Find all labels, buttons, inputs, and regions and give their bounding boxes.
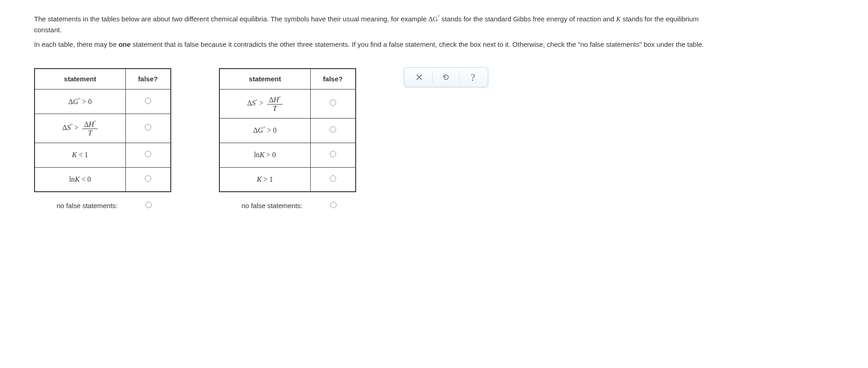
intro-paragraph-2: In each table, there may be one statemen… [34,39,715,50]
tables-container: statement false? ΔG° > 0 ΔS° > ΔH° T [34,68,834,211]
statement-cell: ΔS° > ΔH° T [219,90,310,119]
table-1-header-false: false? [125,69,171,90]
radio-t2-r4[interactable] [330,175,336,182]
intro-text: The statements in the tables below are a… [34,14,715,50]
table-row: K > 1 [219,167,356,192]
statement-cell: lnK > 0 [219,143,310,167]
statement-cell: lnK < 0 [35,167,125,192]
radio-t2-nofalse[interactable] [330,202,337,208]
radio-t1-r3[interactable] [145,151,151,157]
radio-t2-r1[interactable] [330,99,336,106]
statement-cell: ΔS° > ΔH° T [35,114,125,143]
table-2-header-statement: statement [219,69,310,90]
radio-t1-r4[interactable] [145,175,151,182]
help-button[interactable]: ? [460,68,486,87]
table-row: K < 1 [35,143,171,167]
radio-t2-r2[interactable] [330,126,336,133]
table-row: ΔS° > ΔH° T [219,90,356,119]
toolbar: ? [404,67,488,87]
table-1: statement false? ΔG° > 0 ΔS° > ΔH° T [34,68,171,192]
nofalse-label: no false statements: [34,200,126,211]
radio-t1-nofalse[interactable] [145,202,152,208]
table-row: lnK > 0 [219,143,356,167]
table-row: lnK < 0 [35,167,171,192]
table-2-header-false: false? [310,69,356,90]
x-icon [416,74,423,81]
reset-button[interactable] [433,68,459,87]
statement-cell: K > 1 [219,167,310,192]
table-row: ΔS° > ΔH° T [35,114,171,143]
intro-paragraph-1: The statements in the tables below are a… [34,14,715,35]
nofalse-label: no false statements: [219,200,311,211]
statement-cell: ΔG° > 0 [35,90,125,114]
undo-icon [442,73,450,81]
table-row: ΔG° > 0 [219,118,356,143]
radio-t2-r3[interactable] [330,151,336,157]
clear-button[interactable] [406,68,432,87]
table-2: statement false? ΔS° > ΔH° T ΔG° > 0 [219,68,356,192]
table-1-nofalse-row: no false statements: [34,200,171,211]
statement-cell: ΔG° > 0 [219,118,310,143]
radio-t1-r2[interactable] [145,124,151,130]
table-2-block: statement false? ΔS° > ΔH° T ΔG° > 0 [219,68,356,211]
statement-cell: K < 1 [35,143,125,167]
table-row: ΔG° > 0 [35,90,171,114]
radio-t1-r1[interactable] [145,98,151,104]
table-1-block: statement false? ΔG° > 0 ΔS° > ΔH° T [34,68,171,211]
table-1-header-statement: statement [35,69,125,90]
question-icon: ? [471,69,476,86]
table-2-nofalse-row: no false statements: [219,200,356,211]
